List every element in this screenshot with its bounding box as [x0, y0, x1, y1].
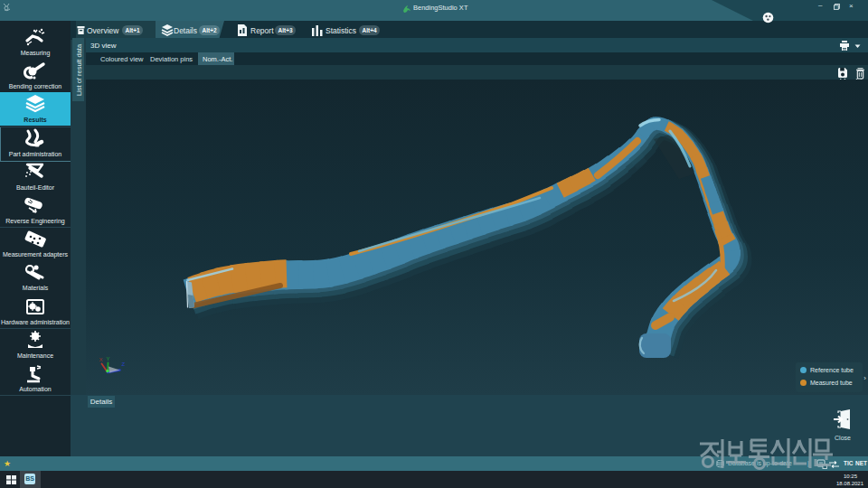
svg-text:X: X	[99, 357, 103, 362]
svg-text:Z: Z	[122, 361, 126, 367]
svg-text:Y: Y	[107, 356, 110, 361]
